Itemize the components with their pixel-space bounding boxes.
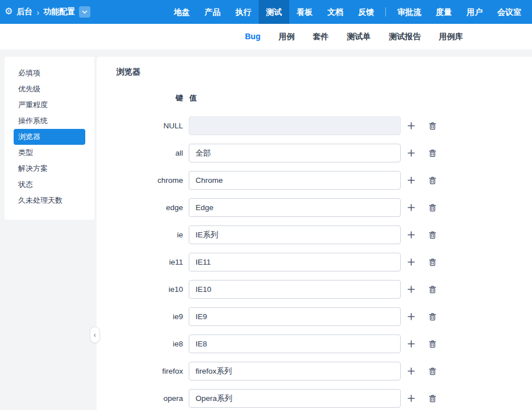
main-panel: 浏览器 键 值 NULLallchromeedgeieie11ie10ie9ie… <box>97 57 532 410</box>
topnav-item[interactable]: 地盘 <box>167 0 197 24</box>
trash-icon <box>428 367 437 376</box>
breadcrumb-current: 功能配置 <box>43 7 75 17</box>
sidebar-item[interactable]: 状态 <box>14 177 85 193</box>
subnav-tab[interactable]: Bug <box>236 24 269 49</box>
chevron-left-icon: ‹ <box>94 330 96 339</box>
add-row-button[interactable] <box>404 174 418 187</box>
value-column-header: 值 <box>189 93 197 103</box>
topnav-item[interactable]: 测试 <box>259 0 289 24</box>
delete-row-button[interactable] <box>426 256 439 269</box>
delete-row-button[interactable] <box>426 174 439 187</box>
delete-row-button[interactable] <box>426 119 439 133</box>
value-input[interactable] <box>189 198 401 217</box>
sidebar-item[interactable]: 优先级 <box>14 81 85 97</box>
delete-row-button[interactable] <box>426 147 439 160</box>
topnav-item[interactable]: 度量 <box>429 0 459 24</box>
breadcrumb-root[interactable]: 后台 <box>16 7 32 17</box>
row-key-label: opera <box>117 394 183 403</box>
add-row-button[interactable] <box>404 201 418 215</box>
subnav-tab[interactable]: 套件 <box>304 24 338 49</box>
add-row-button[interactable] <box>404 256 418 269</box>
topnav-item[interactable]: 执行 <box>228 0 259 24</box>
add-row-button[interactable] <box>404 228 418 242</box>
trash-icon <box>428 176 437 185</box>
sidebar-item[interactable]: 操作系统 <box>14 113 85 129</box>
plus-icon <box>407 394 415 403</box>
gear-icon[interactable]: ⚙ <box>5 7 13 16</box>
plus-icon <box>407 367 415 375</box>
delete-row-button[interactable] <box>426 201 439 215</box>
delete-row-button[interactable] <box>426 228 439 242</box>
topnav-item[interactable]: 反馈 <box>351 0 381 24</box>
value-input[interactable] <box>189 171 401 190</box>
topnav-item[interactable]: 文档 <box>320 0 351 24</box>
nav-divider <box>385 7 386 16</box>
sidebar-item[interactable]: 久未处理天数 <box>14 193 85 208</box>
chevron-down-icon <box>82 10 88 14</box>
delete-row-button[interactable] <box>426 365 439 378</box>
row-key-label: ie <box>117 231 183 239</box>
delete-row-button[interactable] <box>426 392 439 405</box>
value-input[interactable] <box>189 307 401 326</box>
row-key-label: all <box>117 149 183 157</box>
breadcrumb-dropdown-toggle[interactable] <box>79 6 90 18</box>
delete-row-button[interactable] <box>426 283 439 296</box>
sidebar-item[interactable]: 解决方案 <box>14 161 85 177</box>
sidebar-item[interactable]: 严重程度 <box>14 97 85 113</box>
plus-icon <box>407 149 415 157</box>
subnav-tab[interactable]: 用例库 <box>430 24 472 49</box>
value-input[interactable] <box>189 362 401 380</box>
add-row-button[interactable] <box>404 119 418 133</box>
topnav-item[interactable]: 看板 <box>289 0 320 24</box>
table-row: ie <box>117 225 532 244</box>
row-key-label: ie8 <box>117 340 183 348</box>
row-key-label: ie9 <box>117 312 183 321</box>
value-input[interactable] <box>189 280 401 299</box>
trash-icon <box>428 312 437 321</box>
add-row-button[interactable] <box>404 283 418 296</box>
delete-row-button[interactable] <box>426 310 439 324</box>
row-key-label: edge <box>117 203 183 212</box>
sidebar-item[interactable]: 必填项 <box>14 65 85 81</box>
row-key-label: firefox <box>117 367 183 375</box>
plus-icon <box>407 122 415 130</box>
sub-navbar: Bug用例套件测试单测试报告用例库 <box>0 24 532 49</box>
subnav-tab[interactable]: 用例 <box>269 24 304 49</box>
plus-icon <box>407 285 415 294</box>
topnav-item[interactable]: 用户 <box>459 0 490 24</box>
table-header: 键 值 <box>117 93 532 103</box>
row-key-label: NULL <box>117 122 183 130</box>
settings-sidebar: 必填项优先级严重程度操作系统浏览器类型解决方案状态久未处理天数 <box>5 57 94 220</box>
value-input[interactable] <box>189 334 401 353</box>
value-input[interactable] <box>189 225 401 244</box>
table-row: ie10 <box>117 280 532 299</box>
table-row: edge <box>117 198 532 217</box>
add-row-button[interactable] <box>404 365 418 378</box>
topnav-item[interactable]: 会议室 <box>490 0 529 24</box>
sidebar-item[interactable]: 浏览器 <box>14 129 85 145</box>
value-input[interactable] <box>189 389 401 408</box>
add-row-button[interactable] <box>404 392 418 405</box>
delete-row-button[interactable] <box>426 337 439 351</box>
trash-icon <box>428 203 437 212</box>
breadcrumb: ⚙ 后台 › 功能配置 <box>5 6 90 18</box>
add-row-button[interactable] <box>404 337 418 351</box>
topnav-item[interactable]: 产品 <box>197 0 228 24</box>
table-row: firefox <box>117 362 532 380</box>
subnav-tab[interactable]: 测试报告 <box>380 24 430 49</box>
add-row-button[interactable] <box>404 147 418 160</box>
table-row: ie9 <box>117 307 532 326</box>
subnav-tab[interactable]: 测试单 <box>338 24 380 49</box>
value-input[interactable] <box>189 253 401 271</box>
plus-icon <box>407 312 415 321</box>
value-input[interactable] <box>189 144 401 162</box>
plus-icon <box>407 231 415 239</box>
plus-icon <box>407 340 415 348</box>
trash-icon <box>428 122 437 131</box>
row-key-label: ie11 <box>117 258 183 266</box>
add-row-button[interactable] <box>404 310 418 324</box>
sidebar-item[interactable]: 类型 <box>14 145 85 161</box>
sidebar-collapse-handle[interactable]: ‹ <box>90 327 100 343</box>
breadcrumb-separator: › <box>36 7 39 17</box>
topnav-item[interactable]: 审批流 <box>390 0 429 24</box>
